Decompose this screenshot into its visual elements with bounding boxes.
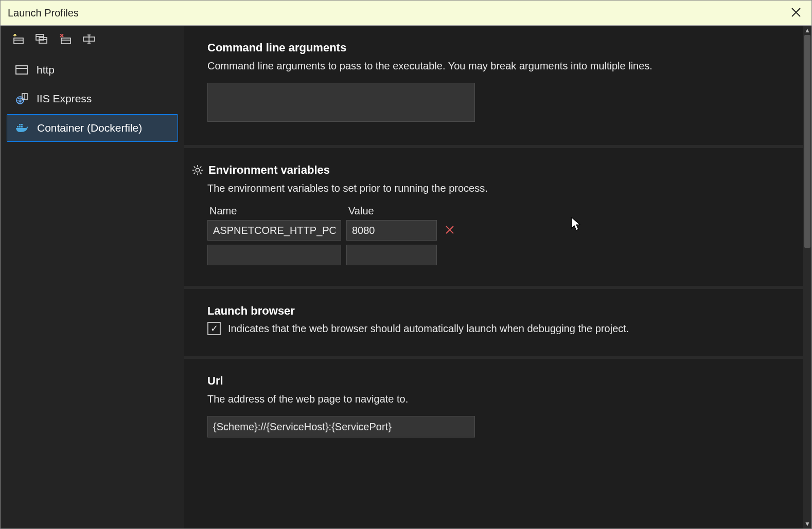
profile-label: IIS Express <box>37 93 92 105</box>
settings-content: Command line arguments Command line argu… <box>184 26 803 528</box>
globe-icon <box>15 93 28 105</box>
profile-list: http IIS Express <box>7 57 178 142</box>
svg-line-28 <box>200 167 202 168</box>
svg-line-25 <box>194 167 196 168</box>
table-row <box>207 220 780 241</box>
checkbox-label: Indicates that the web browser should au… <box>228 323 629 335</box>
url-input[interactable] <box>207 416 475 437</box>
svg-rect-19 <box>21 124 23 125</box>
rename-profile-icon[interactable] <box>83 33 95 45</box>
svg-rect-15 <box>17 126 19 127</box>
titlebar: Launch Profiles <box>1 1 811 26</box>
vertical-scrollbar[interactable]: ▲ ▼ <box>803 26 811 528</box>
docker-icon <box>15 123 29 133</box>
sidebar: http IIS Express <box>1 26 184 528</box>
profile-label: http <box>37 64 55 76</box>
section-title: Url <box>207 374 780 388</box>
svg-line-26 <box>200 173 202 174</box>
launch-profiles-dialog: Launch Profiles <box>0 0 812 529</box>
svg-line-27 <box>194 173 196 174</box>
table-header: Name Value <box>207 205 780 217</box>
gear-icon <box>192 165 203 176</box>
section-title: Environment variables <box>208 163 330 177</box>
section-title: Command line arguments <box>207 41 780 54</box>
sidebar-toolbar <box>7 26 178 54</box>
profile-item-container[interactable]: Container (Dockerfile) <box>7 114 178 142</box>
delete-profile-icon[interactable] <box>59 33 72 45</box>
profile-item-http[interactable]: http <box>7 57 178 83</box>
env-name-input[interactable] <box>207 245 341 265</box>
svg-point-20 <box>196 168 199 172</box>
svg-rect-18 <box>19 124 21 125</box>
svg-rect-16 <box>19 126 21 127</box>
main-panel: Command line arguments Command line argu… <box>184 26 811 528</box>
profile-label: Container (Dockerfile) <box>37 122 142 134</box>
table-row <box>207 245 780 265</box>
profile-item-iis-express[interactable]: IIS Express <box>7 85 178 112</box>
column-header-value: Value <box>346 205 437 217</box>
section-desc: Command line arguments to pass to the ex… <box>207 59 660 74</box>
scroll-down-arrow[interactable]: ▼ <box>803 519 811 528</box>
env-value-input[interactable] <box>346 245 437 265</box>
dialog-title: Launch Profiles <box>8 7 79 19</box>
env-name-input[interactable] <box>207 220 341 241</box>
new-profile-icon[interactable] <box>12 33 24 45</box>
scrollbar-thumb[interactable] <box>804 35 810 248</box>
env-var-table: Name Value <box>207 205 780 265</box>
section-title: Launch browser <box>207 304 780 318</box>
launch-browser-checkbox[interactable]: ✓ <box>207 322 221 335</box>
svg-rect-10 <box>16 66 27 74</box>
scroll-up-arrow[interactable]: ▲ <box>803 26 811 35</box>
close-button[interactable] <box>788 5 804 21</box>
launch-browser-checkbox-row: ✓ Indicates that the web browser should … <box>207 322 780 335</box>
duplicate-profile-icon[interactable] <box>36 33 48 45</box>
section-url: Url The address of the web page to navig… <box>184 359 803 458</box>
section-desc: The address of the web page to navigate … <box>207 392 660 407</box>
scrollbar-track[interactable] <box>803 35 811 519</box>
dialog-body: http IIS Express <box>1 26 811 528</box>
delete-row-icon[interactable] <box>442 223 457 238</box>
svg-rect-6 <box>61 38 70 44</box>
column-header-name: Name <box>207 205 341 217</box>
svg-rect-0 <box>14 38 23 44</box>
section-desc: The environment variables to set prior t… <box>207 181 660 196</box>
window-icon <box>15 65 28 75</box>
env-value-input[interactable] <box>346 220 437 241</box>
svg-rect-17 <box>21 126 23 127</box>
section-environment-variables: Environment variables The environment va… <box>184 148 803 289</box>
command-line-input[interactable] <box>207 83 475 122</box>
section-launch-browser: Launch browser ✓ Indicates that the web … <box>184 289 803 359</box>
section-command-line: Command line arguments Command line argu… <box>184 26 803 148</box>
